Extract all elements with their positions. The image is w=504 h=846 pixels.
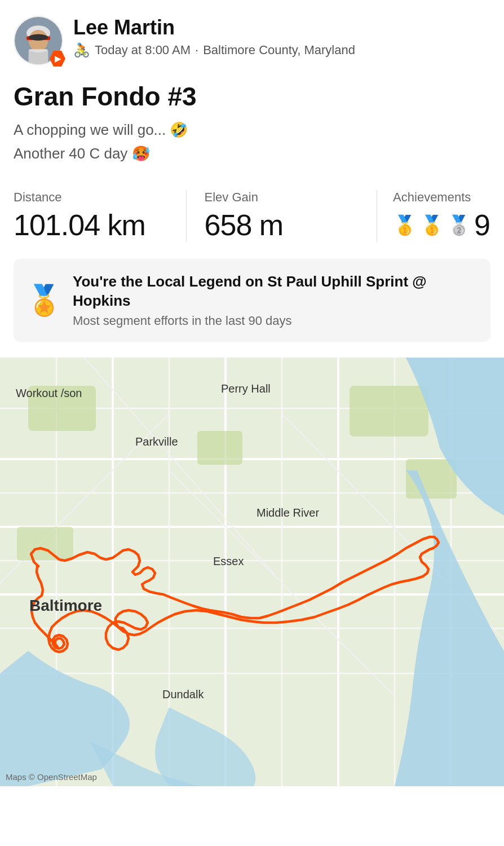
bike-icon: 🚴	[73, 42, 90, 58]
activity-description-2: Another 40 C day 🥵	[14, 143, 490, 164]
stat-achievements: Achievements 🥇 🥇 🥈 9	[377, 190, 490, 242]
map-section: Workout /son Perry Hall Parkville Middle…	[0, 358, 504, 786]
separator: ·	[195, 43, 198, 58]
achievements-count: 9	[474, 208, 490, 242]
activity-time: Today at 8:00 AM	[95, 43, 191, 58]
elev-label: Elev Gain	[205, 190, 377, 205]
achievements-medals: 🥇 🥇 🥈 9	[393, 208, 490, 242]
achievements-label: Achievements	[393, 190, 490, 205]
activity-section: Gran Fondo #3 A chopping we will go... 🤣…	[0, 76, 504, 179]
svg-rect-31	[17, 527, 73, 561]
map-copyright: Maps © OpenStreetMap	[6, 772, 97, 782]
activity-location: Baltimore County, Maryland	[203, 43, 355, 58]
elev-value: 658 m	[205, 208, 377, 242]
user-name: Lee Martin	[73, 16, 490, 39]
svg-point-4	[29, 34, 48, 41]
distance-value: 101.04 km	[14, 208, 186, 242]
silver-medal-icon: 🥈	[447, 214, 471, 236]
stat-distance: Distance 101.04 km	[14, 190, 186, 242]
svg-rect-29	[350, 386, 428, 437]
activity-meta: 🚴 Today at 8:00 AM · Baltimore County, M…	[73, 42, 490, 58]
legend-subtitle: Most segment efforts in the last 90 days	[73, 314, 478, 328]
gold-wreath-icon: 🥇	[393, 214, 417, 236]
svg-rect-28	[197, 431, 242, 465]
activity-description-1: A chopping we will go... 🤣	[14, 120, 490, 140]
user-info: Lee Martin 🚴 Today at 8:00 AM · Baltimor…	[73, 16, 490, 58]
gold-medal-icon: 🥇	[420, 214, 444, 236]
legend-wreath-icon: 🏅	[26, 283, 63, 318]
legend-text: You're the Local Legend on St Paul Uphil…	[73, 272, 478, 329]
user-section: ▶ Lee Martin 🚴 Today at 8:00 AM · Baltim…	[0, 0, 504, 76]
stat-elevation: Elev Gain 658 m	[186, 190, 377, 242]
legend-banner: 🏅 You're the Local Legend on St Paul Uph…	[14, 259, 490, 342]
svg-rect-27	[28, 386, 96, 431]
distance-label: Distance	[14, 190, 186, 205]
stats-section: Distance 101.04 km Elev Gain 658 m Achie…	[0, 179, 504, 253]
page-container: ▶ Lee Martin 🚴 Today at 8:00 AM · Baltim…	[0, 0, 504, 786]
legend-title: You're the Local Legend on St Paul Uphil…	[73, 272, 478, 311]
activity-title: Gran Fondo #3	[14, 81, 490, 112]
avatar-wrap: ▶	[14, 16, 63, 65]
